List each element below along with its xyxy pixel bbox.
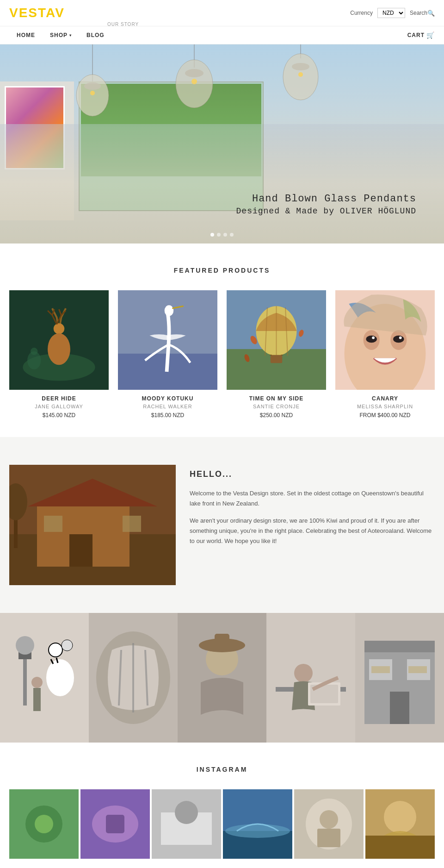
logo-v: V — [55, 6, 65, 20]
svg-point-39 — [372, 337, 375, 339]
svg-rect-79 — [390, 692, 409, 724]
instagram-thumb-2[interactable] — [80, 789, 150, 859]
svg-rect-89 — [106, 815, 124, 833]
featured-section: FEATURED PRODUCTS — [0, 244, 444, 437]
product-artist-1: RACHEL WALKER — [143, 404, 192, 409]
hello-title: HELLO... — [190, 469, 435, 479]
strip-photo-4 — [266, 613, 355, 743]
strip-photo-1 — [0, 613, 89, 743]
product-artist-3: MELISSA SHARPLIN — [357, 404, 413, 409]
nav-item-home[interactable]: HOME — [9, 26, 43, 44]
logo[interactable]: VESTAV — [9, 6, 65, 20]
svg-point-10 — [292, 63, 309, 70]
product-img-time — [227, 290, 326, 390]
svg-point-2 — [84, 82, 101, 90]
svg-point-102 — [384, 801, 416, 833]
hero-banner: Hand Blown Glass Pendants Designed & Mad… — [0, 44, 444, 244]
product-image-moody-kotuku — [118, 290, 217, 390]
pendant-lights — [0, 44, 444, 137]
product-card-time-on-my-side[interactable]: TIME ON MY SIDE SANTIE CRONJE $250.00 NZ… — [227, 290, 326, 418]
hello-paragraph-1: Welcome to the Vesta Design store. Set i… — [190, 488, 435, 509]
product-image-canary — [335, 290, 435, 390]
product-name-2: TIME ON MY SIDE — [249, 395, 303, 402]
nav-item-shop[interactable]: SHOP ▾ — [43, 26, 79, 44]
product-card-moody-kotuku[interactable]: MOODY KOTUKU RACHEL WALKER $185.00 NZD — [118, 290, 217, 418]
product-card-canary[interactable]: CANARY MELISSA SHARPLIN FROM $400.00 NZD — [335, 290, 435, 418]
svg-rect-99 — [317, 829, 340, 847]
svg-point-55 — [46, 659, 74, 696]
hero-dot-1[interactable] — [210, 233, 214, 237]
chevron-down-icon: ▾ — [69, 33, 72, 37]
instagram-thumb-6[interactable] — [365, 789, 435, 859]
svg-rect-70 — [215, 634, 229, 648]
svg-rect-78 — [364, 641, 435, 652]
logo-text: VESTA — [9, 6, 55, 20]
product-img-canary — [335, 290, 435, 390]
instagram-thumb-3[interactable] — [152, 789, 221, 859]
svg-point-17 — [31, 348, 38, 355]
hello-content: HELLO... Welcome to the Vesta Design sto… — [190, 465, 435, 553]
product-artist-2: SANTIE CRONJE — [253, 404, 300, 409]
hero-dot-3[interactable] — [223, 233, 227, 237]
strip-photo-5 — [355, 613, 444, 743]
svg-rect-82 — [371, 666, 390, 673]
product-price-1: $185.00 NZD — [151, 412, 184, 418]
instagram-thumb-4[interactable] — [223, 789, 292, 859]
currency-select[interactable]: NZD USD AUD — [377, 8, 405, 18]
svg-point-15 — [48, 333, 70, 365]
product-card-deer-hide[interactable]: DEER HIDE JANE GALLOWAY $145.00 NZD — [9, 290, 109, 418]
svg-point-14 — [54, 323, 64, 334]
product-name-0: DEER HIDE — [42, 395, 76, 402]
hero-subtitle: Designed & Made by OLIVER HÖGLUND — [236, 206, 416, 216]
search-box[interactable]: Search 🔍 — [410, 10, 435, 17]
svg-rect-50 — [9, 465, 176, 585]
svg-point-58 — [49, 643, 62, 657]
hello-image — [9, 465, 176, 585]
product-price-2: $250.00 NZD — [260, 412, 293, 418]
product-img-deer — [9, 290, 109, 390]
instagram-thumb-1[interactable] — [9, 789, 79, 859]
hero-dot-2[interactable] — [217, 233, 221, 237]
currency-label: Currency — [350, 10, 373, 16]
product-img-kotuku — [118, 290, 217, 390]
svg-point-54 — [16, 636, 34, 655]
products-grid: DEER HIDE JANE GALLOWAY $145.00 NZD — [9, 290, 435, 418]
svg-point-37 — [366, 336, 376, 343]
svg-rect-27 — [271, 355, 282, 363]
instagram-grid — [9, 789, 435, 859]
hero-text-block: Hand Blown Glass Pendants Designed & Mad… — [236, 192, 416, 216]
search-icon: 🔍 — [427, 10, 435, 17]
header: VESTAV Currency NZD USD AUD Search 🔍 — [0, 0, 444, 26]
svg-rect-61 — [33, 688, 41, 711]
nav-cart[interactable]: Cart 🛒 — [407, 31, 435, 39]
nav-shop-label: SHOP — [50, 32, 68, 38]
our-story-sublabel: OUR STORY — [107, 22, 139, 27]
svg-rect-51 — [0, 613, 89, 743]
svg-point-73 — [294, 664, 313, 682]
svg-point-7 — [191, 79, 197, 84]
svg-point-98 — [320, 810, 338, 829]
svg-point-38 — [393, 336, 404, 343]
product-image-time-on-my-side — [227, 290, 326, 390]
instagram-section: INSTAGRAM — [0, 743, 444, 868]
svg-rect-83 — [408, 666, 427, 673]
product-price-3: FROM $400.00 NZD — [359, 412, 410, 418]
hero-title: Hand Blown Glass Pendants — [236, 192, 416, 206]
svg-point-60 — [31, 677, 43, 688]
product-image-deer-hide — [9, 290, 109, 390]
hero-dot-4[interactable] — [230, 233, 234, 237]
strip-photo-2 — [89, 613, 178, 743]
hello-section: HELLO... Welcome to the Vesta Design sto… — [0, 437, 444, 613]
svg-point-86 — [35, 815, 53, 833]
nav-item-blog[interactable]: BLOG — [79, 26, 112, 44]
product-name-3: CANARY — [372, 395, 398, 402]
featured-title: FEATURED PRODUCTS — [9, 267, 435, 274]
product-price-0: $145.00 NZD — [43, 412, 75, 418]
cart-icon: 🛒 — [426, 31, 435, 39]
instagram-title: INSTAGRAM — [9, 766, 435, 773]
svg-rect-101 — [365, 836, 435, 859]
svg-point-40 — [399, 337, 402, 339]
instagram-thumb-5[interactable] — [294, 789, 364, 859]
product-name-1: MOODY KOTUKU — [142, 395, 194, 402]
svg-point-11 — [298, 72, 303, 77]
